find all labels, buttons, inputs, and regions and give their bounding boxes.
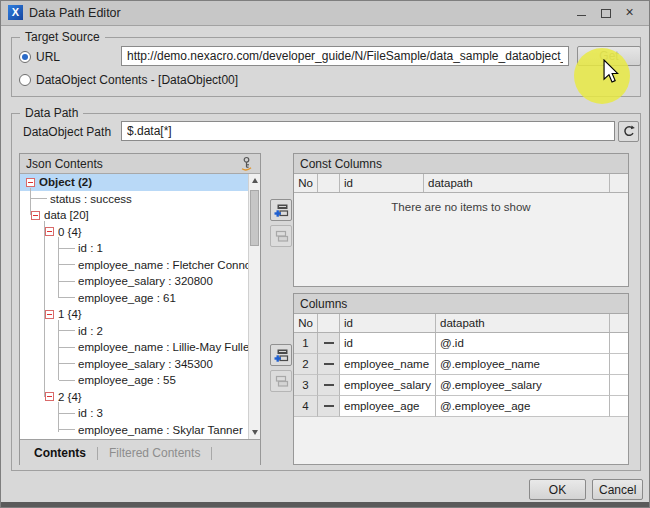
const-columns-empty-message: There are no items to show [294,193,628,213]
const-columns-grid-header: No id datapath [294,174,628,193]
row-handle[interactable] [318,333,340,354]
collapse-icon[interactable] [31,211,40,220]
tree-item-label: employee_name : Skylar Tanner [78,424,243,436]
maximize-button[interactable] [597,5,614,21]
row-datapath[interactable]: @.employee_name [436,354,610,375]
row-handle[interactable] [318,354,340,375]
tab-contents[interactable]: Contents [34,446,86,460]
url-radio[interactable] [19,51,31,63]
row-id[interactable]: employee_salary [340,375,436,396]
window-bottom-border [1,502,649,507]
url-input[interactable] [121,46,569,66]
minimize-button[interactable] [573,5,590,21]
cancel-button[interactable]: Cancel [592,479,643,500]
scrollbar-thumb[interactable] [250,190,259,246]
collapse-icon[interactable] [26,178,35,187]
row-end [610,396,628,417]
tab-filtered-contents[interactable]: Filtered Contents [109,446,200,460]
const-columns-header: Const Columns [294,154,628,174]
ok-button[interactable]: OK [529,479,586,500]
tree-item[interactable]: 1 {4} [20,306,248,323]
columns-title: Columns [300,297,347,311]
maximize-icon [601,9,611,18]
row-datapath[interactable]: @.id [436,333,610,354]
row-no: 1 [294,333,318,354]
tree-scrollbar[interactable] [248,174,260,439]
dataobject-contents-radio[interactable] [19,74,31,86]
column-row[interactable]: 1 id @.id [294,333,628,354]
collapse-icon[interactable] [45,392,54,401]
row-id[interactable]: employee_name [340,354,436,375]
add-column-button[interactable] [270,344,292,366]
add-const-column-button[interactable] [270,199,292,221]
column-row[interactable]: 3 employee_salary @.employee_salary [294,375,628,396]
tree-item[interactable]: employee_age : 55 [20,372,248,389]
data-path-legend: Data Path [20,106,83,120]
tree-item[interactable]: employee_age : 61 [20,290,248,307]
refresh-icon [622,125,635,138]
column-row[interactable]: 2 employee_name @.employee_name [294,354,628,375]
tab-separator [211,447,212,460]
tree-item-label: id : 3 [78,407,103,419]
tab-separator [97,447,98,460]
dataobject-path-input[interactable] [121,121,615,141]
row-id[interactable]: employee_age [340,396,436,417]
col-header-handle [318,314,340,332]
scroll-down-icon[interactable] [249,426,260,439]
key-icon[interactable] [239,156,254,171]
copy-columns-icon [274,229,289,244]
col-header-no: No [294,174,318,192]
tree-item[interactable]: data [20] [20,207,248,224]
tree-item[interactable]: 2 {4} [20,389,248,406]
columns-header: Columns [294,294,628,314]
col-header-id: id [340,174,424,192]
json-contents-panel: Json Contents Object (2) status : succes… [19,153,261,465]
json-tree[interactable]: Object (2) status : success data [20] 0 … [20,174,260,439]
row-end [610,354,628,375]
col-header-end [610,314,628,332]
data-path-editor-dialog: X Data Path Editor × Target Source URL G… [0,0,650,508]
row-handle-icon [324,384,334,386]
tree-item[interactable]: id : 3 [20,405,248,422]
col-header-handle [318,174,340,192]
column-row[interactable]: 4 employee_age @.employee_age [294,396,628,417]
title-bar[interactable]: X Data Path Editor × [1,1,649,26]
refresh-button[interactable] [618,121,639,142]
scroll-up-icon[interactable] [249,174,260,187]
close-button[interactable]: × [621,5,638,21]
tree-item-label: id : 2 [78,325,103,337]
columns-panel: Columns No id datapath 1 id @.id 2 emplo… [293,293,629,465]
tree-item-label: 2 {4} [58,391,82,403]
tree-item[interactable]: Object (2) [20,174,248,191]
row-datapath[interactable]: @.employee_age [436,396,610,417]
tree-item-label: data [20] [44,209,89,221]
tree-guide-line [58,402,59,432]
col-header-no: No [294,314,318,332]
add-columns-icon [274,348,289,363]
tree-item[interactable]: 0 {4} [20,224,248,241]
remove-const-column-button[interactable] [270,225,292,247]
tree-item[interactable]: status : success [20,191,248,208]
row-handle[interactable] [318,396,340,417]
row-handle[interactable] [318,375,340,396]
tree-item[interactable]: employee_name : Skylar Tanner [20,422,248,439]
collapse-icon[interactable] [45,310,54,319]
row-id[interactable]: id [340,333,436,354]
tree-item[interactable]: employee_name : Lillie-May Fuller [20,339,248,356]
json-contents-title: Json Contents [26,157,103,171]
row-no: 4 [294,396,318,417]
remove-column-button[interactable] [270,370,292,392]
collapse-icon[interactable] [45,227,54,236]
row-datapath[interactable]: @.employee_salary [436,375,610,396]
dialog-title: Data Path Editor [29,6,121,20]
tree-item[interactable]: employee_name : Fletcher Connolly [20,257,248,274]
dataobject-path-label: DataObject Path [23,125,111,139]
tree-item[interactable]: employee_salary : 345300 [20,356,248,373]
tree-item[interactable]: id : 1 [20,240,248,257]
tree-tab-bar: Contents Filtered Contents [20,439,260,466]
tree-item[interactable]: employee_salary : 320800 [20,273,248,290]
tree-item-label: employee_name : Lillie-May Fuller [78,341,248,353]
const-columns-panel: Const Columns No id datapath There are n… [293,153,629,287]
col-header-id: id [340,314,436,332]
tree-item[interactable]: id : 2 [20,323,248,340]
